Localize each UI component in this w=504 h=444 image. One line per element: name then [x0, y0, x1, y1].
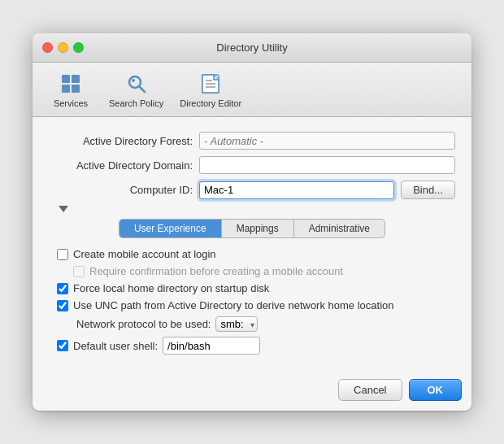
- button-row: Cancel OK: [33, 371, 471, 411]
- bind-button[interactable]: Bind...: [401, 181, 455, 199]
- svg-rect-0: [62, 75, 70, 83]
- forest-input[interactable]: [199, 132, 455, 150]
- services-icon: [58, 71, 84, 97]
- toolbar-search-policy[interactable]: Search Policy: [102, 67, 170, 111]
- traffic-lights: [42, 42, 84, 53]
- directory-editor-label: Directory Editor: [180, 98, 241, 108]
- services-label: Services: [54, 98, 88, 108]
- close-button[interactable]: [42, 42, 53, 53]
- minimize-button[interactable]: [58, 42, 68, 53]
- toolbar-directory-editor[interactable]: Directory Editor: [173, 67, 248, 111]
- toolbar: Services Search Policy: [33, 63, 471, 117]
- tab-administrative[interactable]: Administrative: [294, 220, 385, 237]
- computer-id-input[interactable]: [199, 181, 394, 199]
- create-mobile-checkbox[interactable]: [57, 249, 68, 260]
- main-window: Directory Utility Services: [33, 33, 471, 411]
- tab-user-experience[interactable]: User Experience: [119, 220, 222, 237]
- force-home-checkbox[interactable]: [57, 283, 68, 294]
- search-policy-icon: [124, 71, 150, 97]
- require-confirm-checkbox[interactable]: [73, 266, 85, 277]
- maximize-button[interactable]: [73, 42, 84, 53]
- computer-id-row: Computer ID: Bind...: [49, 181, 455, 199]
- svg-rect-3: [72, 85, 80, 93]
- disclosure-triangle[interactable]: [59, 206, 68, 212]
- svg-rect-2: [62, 85, 70, 93]
- ok-button[interactable]: OK: [409, 379, 463, 401]
- forest-row: Active Directory Forest:: [49, 132, 455, 150]
- directory-editor-icon: [198, 71, 224, 97]
- create-mobile-row: Create mobile account at login: [57, 248, 447, 260]
- shell-input[interactable]: [163, 337, 260, 355]
- default-shell-checkbox[interactable]: [57, 340, 68, 351]
- toolbar-services[interactable]: Services: [42, 67, 99, 111]
- computer-id-label: Computer ID:: [49, 184, 199, 196]
- svg-line-5: [139, 86, 145, 92]
- content-area: Active Directory Forest: Active Director…: [33, 117, 471, 371]
- unc-path-row: Use UNC path from Active Directory to de…: [57, 299, 447, 311]
- domain-label: Active Directory Domain:: [49, 159, 199, 172]
- disclosure-row: [49, 206, 455, 212]
- forest-label: Active Directory Forest:: [49, 135, 199, 147]
- require-confirm-row: Require confirmation before creating a m…: [57, 265, 447, 277]
- window-title: Directory Utility: [216, 41, 287, 54]
- force-home-label: Force local home directory on startup di…: [73, 282, 269, 294]
- tab-bar: User Experience Mappings Administrative: [119, 219, 385, 238]
- tabs-container: User Experience Mappings Administrative: [49, 219, 455, 238]
- options-area: Create mobile account at login Require c…: [49, 248, 455, 355]
- require-confirm-label: Require confirmation before creating a m…: [89, 265, 343, 277]
- force-home-row: Force local home directory on startup di…: [57, 282, 447, 294]
- default-shell-row: Default user shell:: [57, 337, 447, 355]
- search-policy-label: Search Policy: [109, 98, 163, 108]
- svg-rect-1: [72, 75, 80, 83]
- create-mobile-label: Create mobile account at login: [73, 248, 216, 260]
- unc-path-label: Use UNC path from Active Directory to de…: [73, 299, 394, 311]
- network-protocol-select[interactable]: smb: afp:: [215, 316, 258, 332]
- svg-point-6: [132, 79, 135, 82]
- tab-mappings[interactable]: Mappings: [222, 220, 294, 237]
- default-shell-label: Default user shell:: [73, 340, 158, 352]
- title-bar: Directory Utility: [33, 33, 471, 63]
- domain-row: Active Directory Domain:: [49, 156, 455, 174]
- cancel-button[interactable]: Cancel: [338, 379, 402, 401]
- network-protocol-label: Network protocol to be used:: [76, 318, 211, 330]
- unc-path-checkbox[interactable]: [57, 300, 68, 311]
- domain-input[interactable]: [199, 156, 455, 174]
- network-protocol-row: Network protocol to be used: smb: afp:: [57, 316, 447, 332]
- network-protocol-select-wrapper: smb: afp:: [215, 316, 258, 332]
